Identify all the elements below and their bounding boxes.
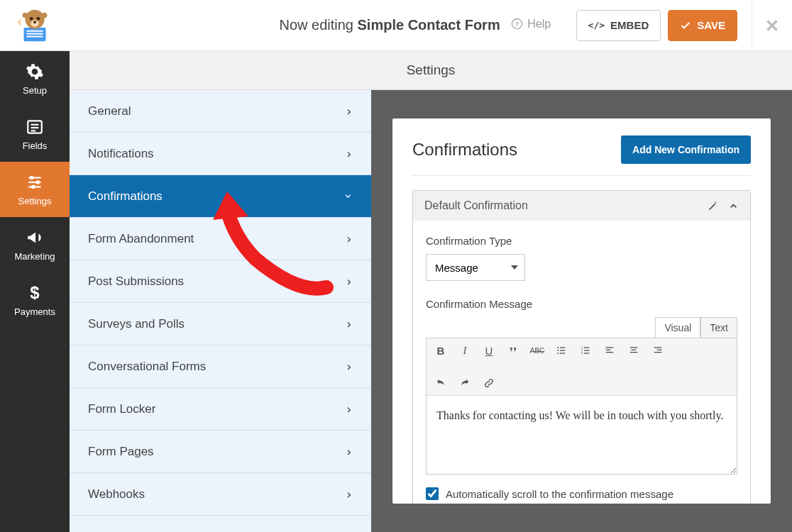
autoscroll-row[interactable]: Automatically scroll to the confirmation… <box>426 487 737 500</box>
svg-point-10 <box>33 21 36 23</box>
italic-icon[interactable]: I <box>458 344 472 357</box>
accordion-actions <box>708 201 739 211</box>
align-right-icon[interactable] <box>651 344 665 357</box>
panel-heading: Confirmations <box>412 140 517 160</box>
bullhorn-icon <box>26 228 44 247</box>
check-icon <box>680 20 691 31</box>
numbers-icon[interactable]: 123 <box>578 344 593 357</box>
nav-setup[interactable]: Setup <box>0 51 70 106</box>
accordion-header[interactable]: Default Confirmation <box>413 191 750 221</box>
pencil-icon[interactable] <box>708 201 718 211</box>
editor-toolbar: B I U ABC 123 <box>427 338 737 396</box>
bold-icon[interactable]: B <box>434 344 448 357</box>
chevron-up-icon[interactable] <box>728 201 739 211</box>
strike-icon[interactable]: ABC <box>530 344 544 357</box>
svg-point-8 <box>42 12 48 18</box>
undo-icon[interactable] <box>434 377 448 389</box>
nav-label: Setup <box>23 85 47 96</box>
chevron-right-icon: › <box>345 444 353 459</box>
autoscroll-checkbox[interactable] <box>426 487 439 500</box>
submenu-general[interactable]: General› <box>70 90 371 133</box>
header-actions: </> EMBED SAVE <box>576 10 752 41</box>
tab-text[interactable]: Text <box>700 317 737 338</box>
dollar-icon: $ <box>26 284 44 302</box>
svg-rect-27 <box>560 350 565 350</box>
svg-rect-39 <box>630 347 638 348</box>
confirmation-accordion: Default Confirmation Confirmation Type M… <box>412 190 751 504</box>
close-button[interactable] <box>752 0 792 51</box>
submenu-confirmations[interactable]: Confirmations› <box>70 175 371 218</box>
app-logo <box>0 0 70 51</box>
autoscroll-label: Automatically scroll to the confirmation… <box>446 488 673 500</box>
submenu-notifications[interactable]: Notifications› <box>70 133 371 175</box>
chevron-right-icon: › <box>345 487 353 501</box>
editing-form-name: Simple Contact Form <box>358 17 500 33</box>
svg-point-6 <box>36 16 40 20</box>
type-label: Confirmation Type <box>426 235 737 247</box>
nav-label: Payments <box>14 306 55 317</box>
message-label: Confirmation Message <box>426 298 737 310</box>
chevron-right-icon: › <box>345 231 353 246</box>
help-icon: ? <box>511 18 523 30</box>
add-confirmation-button[interactable]: Add New Confirmation <box>621 135 751 164</box>
nav-payments[interactable]: $ Payments <box>0 272 70 328</box>
svg-rect-43 <box>657 350 662 350</box>
type-select[interactable]: Message <box>426 254 525 281</box>
svg-rect-25 <box>560 347 565 348</box>
header-title: Now editing Simple Contact Form ? Help <box>70 17 576 33</box>
underline-icon[interactable]: U <box>482 344 496 357</box>
svg-point-24 <box>557 347 559 348</box>
chevron-right-icon: › <box>345 274 353 289</box>
svg-text:?: ? <box>515 20 519 28</box>
svg-rect-37 <box>606 350 611 350</box>
editor-tabs: Visual Text <box>426 317 737 338</box>
align-center-icon[interactable] <box>627 344 641 357</box>
header: Now editing Simple Contact Form ? Help <… <box>0 0 792 51</box>
list-icon <box>26 118 44 136</box>
svg-rect-1 <box>26 30 43 31</box>
tab-visual[interactable]: Visual <box>655 317 700 338</box>
redo-icon[interactable] <box>458 377 472 389</box>
editing-prefix: Now editing <box>279 17 357 33</box>
submenu-form-abandonment[interactable]: Form Abandonment› <box>70 218 371 260</box>
chevron-right-icon: › <box>345 359 353 374</box>
svg-rect-2 <box>26 33 43 34</box>
svg-rect-40 <box>632 350 637 350</box>
quote-icon[interactable] <box>506 344 520 357</box>
nav-marketing[interactable]: Marketing <box>0 217 70 272</box>
submenu-form-pages[interactable]: Form Pages› <box>70 431 371 473</box>
svg-rect-32 <box>584 353 589 353</box>
submenu-webhooks[interactable]: Webhooks› <box>70 473 371 516</box>
svg-rect-30 <box>584 347 589 348</box>
svg-rect-42 <box>654 347 662 348</box>
link-icon[interactable] <box>482 377 496 389</box>
sliders-icon <box>26 173 44 192</box>
code-icon: </> <box>588 20 605 31</box>
svg-point-7 <box>23 12 28 18</box>
bullets-icon[interactable] <box>554 344 568 357</box>
submenu-surveys-polls[interactable]: Surveys and Polls› <box>70 303 371 345</box>
submenu-post-submissions[interactable]: Post Submissions› <box>70 260 371 303</box>
chevron-down-icon: › <box>341 192 356 200</box>
svg-rect-44 <box>654 352 662 353</box>
svg-point-18 <box>30 175 33 179</box>
submenu-conversational-forms[interactable]: Conversational Forms› <box>70 345 371 388</box>
embed-button[interactable]: </> EMBED <box>576 10 661 41</box>
svg-point-20 <box>36 180 40 184</box>
nav-label: Marketing <box>14 251 55 262</box>
submenu-form-locker[interactable]: Form Locker› <box>70 388 371 431</box>
close-icon <box>765 18 779 33</box>
align-left-icon[interactable] <box>603 344 617 357</box>
nav-fields[interactable]: Fields <box>0 106 70 162</box>
help-link[interactable]: ? Help <box>511 18 551 31</box>
message-textarea[interactable]: Thanks for contacting us! We will be in … <box>427 396 737 474</box>
confirmations-panel: Confirmations Add New Confirmation Defau… <box>392 118 771 504</box>
save-button[interactable]: SAVE <box>668 10 737 41</box>
nav-settings[interactable]: Settings <box>0 162 70 217</box>
svg-rect-3 <box>26 35 43 37</box>
svg-text:3: 3 <box>581 351 583 355</box>
content-area: Confirmations Add New Confirmation Defau… <box>371 90 792 532</box>
svg-rect-38 <box>606 352 614 353</box>
rich-editor: B I U ABC 123 <box>426 338 737 475</box>
chevron-right-icon: › <box>345 401 353 416</box>
